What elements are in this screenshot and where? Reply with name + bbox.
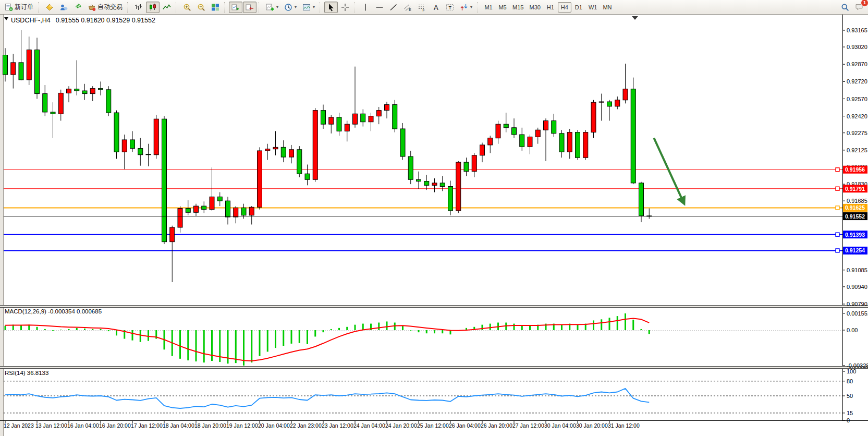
candle-body — [58, 93, 63, 114]
text-button[interactable] — [429, 2, 443, 13]
macd-bar — [60, 330, 62, 330]
line-anchor[interactable] — [836, 168, 839, 172]
date-tick-label: 19 Jan 12:00 — [226, 422, 258, 429]
price-tick-label: 0.93165 — [847, 27, 867, 33]
candlestick-chart-button[interactable] — [146, 2, 160, 13]
date-tick-label: 24 Jan 20:00 — [385, 422, 417, 429]
periods-button[interactable]: ▾ — [282, 2, 299, 13]
macd-bar — [20, 325, 22, 330]
chart-area[interactable]: 0.931650.930200.928700.927200.925700.924… — [0, 15, 868, 436]
macd-bar — [577, 325, 579, 330]
timeframe-w1-button[interactable]: W1 — [586, 2, 600, 13]
candle-body — [432, 183, 437, 185]
gold-button[interactable] — [43, 2, 56, 13]
macd-bar — [323, 330, 324, 332]
price-tick-label: 0.92275 — [847, 130, 867, 136]
macd-bar — [331, 329, 332, 330]
candle-body — [114, 113, 119, 152]
line-anchor[interactable] — [836, 206, 839, 210]
macd-bar — [44, 329, 46, 330]
candle-body — [75, 89, 79, 91]
trendline-button[interactable] — [387, 2, 400, 13]
candle-body — [607, 102, 612, 106]
chart-shift-button[interactable] — [243, 2, 256, 13]
rsi-axis-label: 100 — [847, 368, 856, 374]
templates-button[interactable]: ▾ — [300, 2, 317, 13]
macd-bar — [482, 325, 483, 330]
arrows-button[interactable]: ▾ — [457, 2, 475, 13]
candle-body — [154, 119, 158, 155]
date-tick-label: 27 Jan 12:00 — [512, 422, 544, 429]
candle-body — [170, 227, 175, 242]
date-tick-label: 20 Jan 04:00 — [258, 422, 290, 429]
candle-body — [162, 119, 167, 241]
candle-body — [313, 111, 317, 180]
cursor-button[interactable] — [324, 2, 338, 13]
macd-bar — [625, 313, 626, 330]
text-label-button[interactable] — [443, 2, 457, 13]
macd-bar — [601, 319, 602, 330]
horizontal-line-button[interactable] — [373, 2, 386, 13]
auto-scroll-icon — [231, 3, 240, 11]
candle-body — [186, 209, 190, 213]
macd-bar — [36, 327, 38, 330]
candle-body — [130, 140, 135, 149]
fibonacci-button[interactable] — [415, 2, 429, 13]
signals-button[interactable] — [71, 2, 84, 13]
date-tick-label: 16 Jan 04:00 — [67, 422, 99, 429]
price-badge-label: 0.91625 — [845, 204, 865, 211]
rsi-axis-label: 15 — [847, 410, 853, 416]
macd-bar — [314, 330, 316, 336]
macd-bar — [632, 320, 634, 330]
date-tick-label: 26 Jan 04:00 — [449, 422, 481, 429]
macd-bar — [529, 326, 531, 330]
new-order-button[interactable]: 新订单 — [2, 2, 36, 13]
candle-body — [512, 128, 517, 135]
timeframe-m5-button[interactable]: M5 — [496, 2, 509, 13]
line-chart-button[interactable] — [160, 2, 174, 13]
macd-bar — [609, 318, 610, 330]
line-anchor[interactable] — [836, 187, 839, 190]
timeframe-m30-button[interactable]: M30 — [527, 2, 543, 13]
tile-windows-button[interactable] — [209, 2, 222, 13]
timeframe-group: M1M5M15M30H1H4D1W1MN — [482, 2, 614, 13]
macd-bar — [378, 323, 380, 330]
timeframe-h4-button[interactable]: H4 — [558, 2, 571, 13]
price-badge-label: 0.91393 — [845, 232, 865, 238]
line-anchor[interactable] — [836, 233, 839, 236]
crosshair-button[interactable] — [338, 2, 352, 13]
candle-body — [583, 132, 588, 158]
candle-body — [520, 135, 524, 147]
macd-bar — [649, 330, 650, 334]
vertical-line-button[interactable] — [359, 2, 372, 13]
candle-body — [51, 112, 55, 114]
toolbar: 新订单 自动交易 ▾ ▾ ▾ ▾ — [0, 0, 868, 15]
candle-body — [440, 183, 445, 187]
timeframe-d1-button[interactable]: D1 — [572, 2, 585, 13]
candle-body — [258, 151, 262, 207]
candle-body — [194, 206, 199, 212]
indicators-button[interactable]: ▾ — [263, 2, 281, 13]
trendline-icon — [389, 3, 398, 11]
auto-trading-button[interactable]: 自动交易 — [85, 2, 125, 13]
macd-bar — [52, 330, 54, 331]
tile-windows-icon — [211, 3, 219, 11]
timeframe-m15-button[interactable]: M15 — [510, 2, 526, 13]
timeframe-h1-button[interactable]: H1 — [544, 2, 557, 13]
line-chart-icon — [163, 3, 171, 11]
timeframe-m1-button[interactable]: M1 — [482, 2, 495, 13]
candle-body — [456, 162, 461, 211]
zoom-in-button[interactable] — [180, 2, 194, 13]
macd-bar — [203, 330, 205, 362]
community-button[interactable] — [57, 2, 70, 13]
macd-bar — [100, 329, 102, 330]
zoom-out-button[interactable] — [194, 2, 208, 13]
bar-chart-button[interactable] — [132, 2, 145, 13]
channel-button[interactable] — [401, 2, 414, 13]
line-anchor[interactable] — [836, 249, 839, 252]
candle-body — [217, 197, 222, 201]
search-button[interactable] — [838, 2, 852, 13]
timeframe-mn-button[interactable]: MN — [600, 2, 614, 13]
auto-scroll-button[interactable] — [229, 2, 242, 13]
price-tick-label: 0.90790 — [847, 301, 867, 307]
